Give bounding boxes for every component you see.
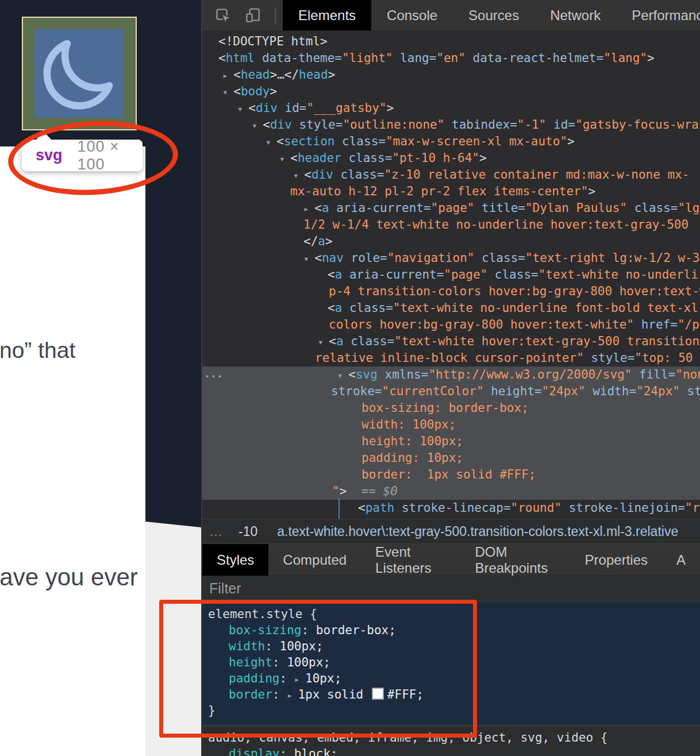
devtools-tab-bar: Elements Console Sources Network Perform… [283, 0, 700, 30]
styles-sidebar-tabs: Styles Computed Event Listeners DOM Brea… [202, 544, 700, 576]
code-line[interactable]: ▾ <header class="pt-10 h-64"> [202, 150, 700, 167]
code-line[interactable]: mx-auto h-12 pl-2 pr-2 flex items-center… [202, 183, 700, 200]
code-line[interactable]: display: block; [202, 746, 700, 756]
device-toolbar-icon[interactable] [244, 6, 262, 25]
devtools-toolbar: Elements Console Sources Network Perform… [202, 0, 700, 31]
code-line[interactable]: 1/2 w-1/4 text-white no-underline hover:… [202, 217, 700, 233]
code-line[interactable]: <a class="text-white no-underline font-b… [202, 300, 700, 317]
code-line[interactable]: border: 1px solid #FFF; [202, 466, 700, 483]
code-line[interactable]: ▾ <div id="___gatsby"> [202, 100, 700, 117]
styles-filter-input[interactable]: Filter [209, 580, 241, 597]
breadcrumb: … -10 a.text-white.hover\:text-gray-500.… [202, 519, 700, 544]
code-line[interactable]: ▾ <svg xmlns="http://www.w3.org/2000/svg… [202, 367, 700, 383]
code-line[interactable]: height: 100px; [202, 433, 700, 450]
tab-dom-breakpoints[interactable]: DOM Breakpoints [460, 544, 570, 576]
code-line[interactable]: ▸ <head>…</head> [202, 67, 700, 83]
more-styles-marker[interactable]: ··· [205, 368, 224, 384]
toolbar-divider [275, 7, 276, 24]
code-line[interactable]: "> == $0 [202, 483, 700, 500]
tab-event-listeners[interactable]: Event Listeners [361, 544, 460, 576]
article-text-fragment-bottom: Have you ever [0, 564, 138, 591]
tab-accessibility[interactable]: A [662, 544, 700, 576]
tab-console[interactable]: Console [371, 0, 453, 30]
code-line[interactable]: <!DOCTYPE html> [202, 33, 700, 50]
breadcrumb-item-header[interactable]: -10 [239, 524, 257, 539]
annotation-rectangle [159, 600, 477, 738]
code-line[interactable]: ▾ <section class="max-w-screen-xl mx-aut… [202, 133, 700, 150]
code-line[interactable]: stroke="currentColor" height="24px" widt… [202, 383, 700, 400]
tree-indent-guide [339, 499, 340, 520]
screenshot-root: “no” that Have you ever svg 100 × 100 [0, 0, 700, 756]
code-line[interactable]: ▾ <a class="text-white hover:text-gray-5… [202, 333, 700, 350]
tab-sources[interactable]: Sources [453, 0, 534, 30]
code-line[interactable]: ▸ <a aria-current="page" title="Dylan Pa… [202, 200, 700, 217]
code-line[interactable]: box-sizing: border-box; [202, 400, 700, 416]
tab-styles[interactable]: Styles [202, 544, 268, 576]
code-line[interactable]: ▾ <nav role="navigation" class="text-rig… [202, 250, 700, 267]
tab-performance[interactable]: Performance [616, 0, 700, 30]
code-line[interactable]: <a aria-current="page" class="text-white… [202, 267, 700, 283]
code-line[interactable]: ▾ <div style="outline:none" tabindex="-1… [202, 117, 700, 133]
styles-filter-bar: Filter [202, 576, 700, 601]
code-line[interactable]: width: 100px; [202, 416, 700, 433]
inspect-element-icon[interactable] [214, 6, 232, 25]
article-background [0, 146, 145, 756]
tab-properties[interactable]: Properties [571, 544, 662, 576]
breadcrumb-overflow[interactable]: … [209, 524, 222, 539]
element-content-box [34, 29, 124, 118]
code-line[interactable]: </a> [202, 233, 700, 250]
elements-tree: <!DOCTYPE html><html data-theme="light" … [202, 33, 700, 516]
code-line[interactable]: padding: 10px; [202, 450, 700, 466]
code-line[interactable]: p-4 transition-colors hover:bg-gray-800 … [202, 283, 700, 300]
code-line[interactable]: <path stroke-linecap="round" stroke-line… [202, 500, 700, 516]
tab-elements[interactable]: Elements [283, 0, 371, 30]
article-text-fragment-top: “no” that [0, 338, 75, 363]
inspected-svg-element[interactable] [22, 17, 137, 130]
moon-icon [36, 30, 122, 117]
code-line[interactable]: ▾ <div class="z-10 relative container md… [202, 167, 700, 183]
code-line[interactable]: relative inline-block cursor-pointer" st… [202, 350, 700, 367]
breadcrumb-item-anchor[interactable]: a.text-white.hover\:text-gray-500.transi… [277, 524, 678, 539]
code-line[interactable]: ▾ <body> [202, 83, 700, 100]
tab-computed[interactable]: Computed [268, 544, 361, 576]
tab-network[interactable]: Network [534, 0, 616, 30]
code-line[interactable]: colors hover:bg-gray-800 hover:text-whit… [202, 317, 700, 333]
code-line[interactable]: <html data-theme="light" lang="en" data-… [202, 50, 700, 67]
